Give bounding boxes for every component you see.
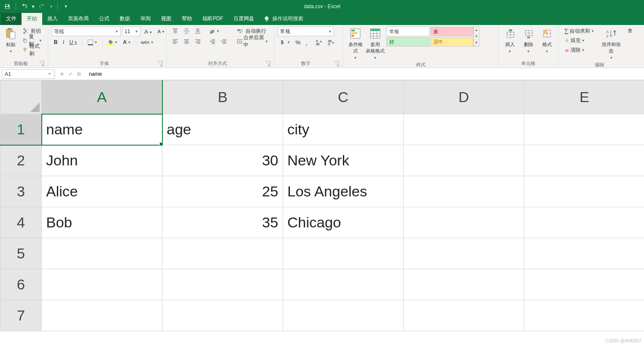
fill-button[interactable]: 填充▼ bbox=[562, 36, 597, 45]
decrease-decimal-button[interactable]: .00.0 bbox=[325, 38, 336, 47]
format-painter-button[interactable]: 格式刷 bbox=[21, 46, 44, 54]
name-box[interactable]: A1▼ bbox=[2, 69, 54, 79]
col-header-E[interactable]: E bbox=[524, 81, 644, 114]
cell-E3[interactable] bbox=[524, 176, 644, 207]
style-normal[interactable]: 常规 bbox=[386, 27, 429, 36]
accounting-format-button[interactable]: $▼ bbox=[278, 38, 292, 47]
cell-C2[interactable]: New York bbox=[283, 145, 404, 176]
cell-E2[interactable] bbox=[524, 145, 644, 176]
cell-C7[interactable] bbox=[283, 300, 404, 331]
orientation-button[interactable]: ab▼ bbox=[207, 27, 222, 35]
conditional-format-button[interactable]: 条件格式▼ bbox=[347, 27, 364, 61]
font-size-combo[interactable]: 11▼ bbox=[122, 27, 140, 36]
cell-D7[interactable] bbox=[404, 300, 524, 331]
tab-insert[interactable]: 插入 bbox=[42, 12, 63, 25]
underline-button[interactable]: U▼ bbox=[67, 38, 80, 47]
align-bottom-button[interactable] bbox=[193, 27, 203, 35]
dialog-launcher-icon[interactable] bbox=[264, 61, 271, 67]
font-color-button[interactable]: A▼ bbox=[121, 38, 133, 47]
align-left-button[interactable] bbox=[170, 37, 180, 46]
format-as-table-button[interactable]: 套用 表格格式▼ bbox=[367, 27, 384, 61]
increase-indent-button[interactable] bbox=[218, 37, 229, 46]
gallery-down-icon[interactable]: ▼ bbox=[474, 34, 479, 40]
dialog-launcher-icon[interactable] bbox=[333, 61, 339, 67]
tab-view[interactable]: 视图 bbox=[156, 12, 177, 25]
cell-D1[interactable] bbox=[404, 114, 524, 145]
cell-C6[interactable] bbox=[283, 269, 404, 300]
align-middle-button[interactable] bbox=[181, 27, 192, 35]
tab-review[interactable]: 审阅 bbox=[135, 12, 156, 25]
comma-button[interactable]: , bbox=[303, 38, 309, 47]
style-medium[interactable]: 适中 bbox=[430, 37, 473, 47]
cell-A6[interactable] bbox=[42, 269, 162, 300]
align-right-button[interactable] bbox=[193, 37, 203, 46]
gallery-up-icon[interactable]: ▲ bbox=[474, 27, 479, 34]
cell-E6[interactable] bbox=[524, 269, 644, 300]
tab-layout[interactable]: 页面布局 bbox=[63, 12, 94, 25]
sort-filter-button[interactable]: AZ排序和筛选▼ bbox=[599, 27, 623, 61]
style-good[interactable]: 好 bbox=[386, 37, 429, 47]
autosum-button[interactable]: ∑自动求和▼ bbox=[562, 27, 597, 35]
row-header-5[interactable]: 5 bbox=[0, 238, 42, 269]
cell-A5[interactable] bbox=[42, 238, 162, 269]
cell-C5[interactable] bbox=[283, 238, 404, 269]
increase-font-button[interactable]: A▴ bbox=[142, 27, 154, 36]
number-format-combo[interactable]: 常规▼ bbox=[278, 27, 334, 36]
caret-down-icon[interactable]: ▾ bbox=[31, 3, 35, 10]
redo-icon[interactable] bbox=[38, 3, 46, 10]
bold-button[interactable]: B bbox=[52, 38, 60, 47]
row-header-1[interactable]: 1 bbox=[0, 114, 42, 145]
paste-button[interactable]: 粘贴 ▼ bbox=[3, 27, 18, 54]
fill-color-button[interactable]: ▼ bbox=[106, 38, 120, 47]
cell-E4[interactable] bbox=[524, 207, 644, 238]
percent-button[interactable]: % bbox=[293, 38, 303, 47]
tab-data[interactable]: 数据 bbox=[115, 12, 135, 25]
cell-A2[interactable]: John bbox=[42, 145, 162, 176]
cell-D2[interactable] bbox=[404, 145, 524, 176]
find-select-button[interactable]: 查 bbox=[626, 27, 635, 35]
cell-A3[interactable]: Alice bbox=[42, 176, 162, 207]
col-header-B[interactable]: B bbox=[162, 81, 283, 114]
format-cells-button[interactable]: 格式▼ bbox=[539, 27, 555, 54]
italic-button[interactable]: I bbox=[61, 38, 66, 47]
merge-center-button[interactable]: 合并后居中▼ bbox=[235, 37, 271, 46]
cell-D3[interactable] bbox=[404, 176, 524, 207]
caret-down-icon[interactable]: ▾ bbox=[50, 3, 53, 10]
phonetic-button[interactable]: wén▼ bbox=[139, 38, 156, 47]
clear-button[interactable]: 清除▼ bbox=[562, 46, 597, 54]
cell-B4[interactable]: 35 bbox=[162, 207, 283, 238]
undo-icon[interactable] bbox=[20, 3, 28, 10]
col-header-C[interactable]: C bbox=[283, 81, 404, 114]
cell-D4[interactable] bbox=[404, 207, 524, 238]
fx-icon[interactable]: fx bbox=[77, 71, 81, 77]
align-top-button[interactable] bbox=[170, 27, 180, 35]
tab-help[interactable]: 帮助 bbox=[177, 12, 197, 25]
cell-C1[interactable]: city bbox=[283, 114, 404, 145]
dialog-launcher-icon[interactable] bbox=[38, 61, 44, 67]
decrease-font-button[interactable]: A▾ bbox=[156, 27, 166, 36]
cell-B5[interactable] bbox=[162, 238, 283, 269]
enter-formula-icon[interactable]: ✓ bbox=[68, 71, 73, 77]
cell-A4[interactable]: Bob bbox=[42, 207, 162, 238]
tell-me-search[interactable]: 操作说明搜索 bbox=[259, 12, 308, 25]
cell-B6[interactable] bbox=[162, 269, 283, 300]
style-bad[interactable]: 差 bbox=[430, 27, 473, 36]
save-icon[interactable] bbox=[3, 3, 11, 10]
cell-E1[interactable] bbox=[524, 114, 644, 145]
font-name-combo[interactable]: 等线▼ bbox=[52, 27, 121, 36]
dialog-launcher-icon[interactable] bbox=[157, 61, 163, 67]
insert-cells-button[interactable]: 插入▼ bbox=[502, 27, 518, 54]
row-header-2[interactable]: 2 bbox=[0, 145, 42, 176]
cell-B2[interactable]: 30 bbox=[162, 145, 283, 176]
tab-baidu[interactable]: 百度网盘 bbox=[228, 12, 259, 25]
row-header-7[interactable]: 7 bbox=[0, 300, 42, 331]
col-header-D[interactable]: D bbox=[404, 81, 524, 114]
increase-decimal-button[interactable]: .0.00 bbox=[313, 38, 324, 47]
cell-E5[interactable] bbox=[524, 238, 644, 269]
cell-B7[interactable] bbox=[162, 300, 283, 331]
row-header-4[interactable]: 4 bbox=[0, 207, 42, 238]
select-all-corner[interactable] bbox=[0, 81, 42, 114]
border-button[interactable]: ▼ bbox=[85, 38, 100, 47]
cell-C4[interactable]: Chicago bbox=[283, 207, 404, 238]
col-header-A[interactable]: A bbox=[42, 81, 162, 114]
